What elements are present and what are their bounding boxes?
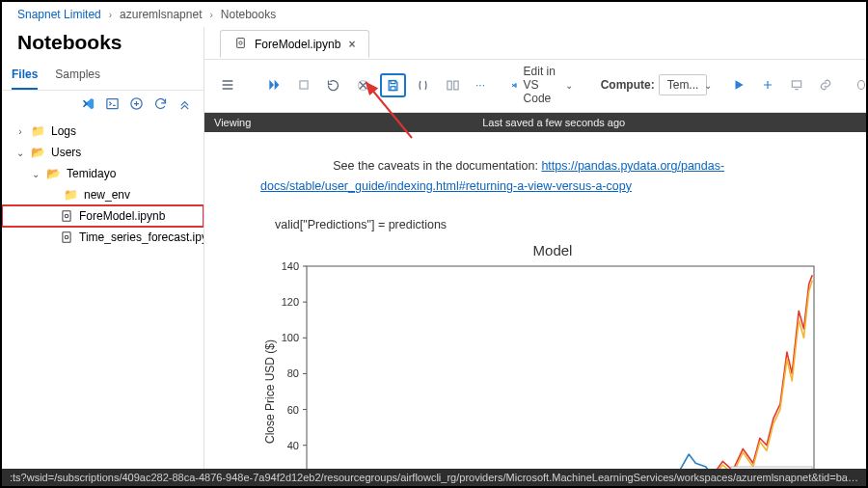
svg-text:100: 100 [282,332,299,343]
page-title: Notebooks [2,27,203,62]
status-bar: Viewing Last saved a few seconds ago [204,113,866,132]
edit-label: Edit in VS Code [524,65,559,105]
svg-text:60: 60 [287,403,299,415]
folder-icon: 📁 [31,124,45,138]
view-mode: Viewing [214,117,251,128]
tree-label: Temidayo [67,167,116,180]
editor-tabbar: ForeModel.ipynb × [204,27,866,60]
tree-folder-new-env[interactable]: 📁 new_env [2,184,203,205]
svg-rect-48 [731,467,812,469]
link-icon[interactable] [813,73,838,96]
diff-icon[interactable] [440,73,466,97]
output-text: See the caveats in the documentation: ht… [260,138,845,215]
chart-svg: 2040608010012014020102012201420162018202… [260,262,820,469]
svg-rect-10 [391,86,395,90]
tree-label: Users [51,146,81,159]
play-icon[interactable] [726,73,751,96]
svg-rect-15 [307,266,814,469]
chevron-down-icon: ⌄ [15,148,25,158]
sidebar: Notebooks Files Samples › 📁 Logs ⌄ [2,27,204,469]
tree-label: new_env [84,188,130,202]
kernel-status-dot [857,80,865,90]
sidebar-tabs: Files Samples [2,62,203,91]
svg-text:40: 40 [287,440,299,451]
vscode-icon[interactable] [81,96,95,111]
breadcrumb-section: Notebooks [221,8,276,21]
svg-text:140: 140 [282,262,299,272]
stop-icon[interactable] [291,73,316,96]
tree-folder-logs[interactable]: › 📁 Logs [2,121,203,142]
notebook-icon [60,209,73,223]
svg-rect-12 [454,81,458,90]
compute-label: Compute: [601,78,655,92]
tree-label: Logs [51,124,76,138]
tree-file-foremodel[interactable]: ForeModel.ipynb [2,205,203,227]
svg-text:120: 120 [282,296,299,308]
folder-open-icon: 📂 [46,167,61,180]
more-icon[interactable]: ··· [470,73,491,96]
svg-rect-13 [792,81,800,87]
terminal-icon[interactable] [105,96,120,111]
svg-point-3 [65,214,68,218]
notebook-output: See the caveats in the documentation: ht… [204,132,866,469]
collapse-icon[interactable] [177,96,192,111]
refresh-icon[interactable] [153,96,168,111]
chevron-right-icon: › [109,10,112,20]
variables-icon[interactable] [410,73,436,97]
sidebar-icon-row [2,91,203,117]
svg-rect-9 [391,80,395,83]
breadcrumb-root[interactable]: Snapnet Limited [17,8,101,21]
svg-rect-11 [448,81,451,90]
chevron-down-icon: ⌄ [704,80,712,91]
svg-point-5 [65,235,68,239]
chevron-down-icon: ⌄ [565,80,573,91]
editor-tab-foremodel[interactable]: ForeModel.ipynb × [220,30,369,58]
svg-text:80: 80 [287,367,299,379]
restart-icon[interactable] [320,73,346,97]
compute-value: Tem... [667,78,699,92]
tree-folder-users[interactable]: ⌄ 📂 Users [2,142,203,163]
chevron-down-icon: ⌄ [31,169,41,179]
tree-file-timeseries[interactable]: Time_series_forecast.ipynb [2,227,203,248]
menu-icon[interactable] [214,72,241,97]
chart-title: Model [260,240,845,262]
add-icon[interactable] [129,96,144,111]
folder-open-icon: 📂 [31,146,45,159]
edit-in-vscode[interactable]: Edit in VS Code ⌄ [510,64,574,106]
tree-label: Time_series_forecast.ipynb [79,230,203,244]
svg-rect-6 [237,39,245,48]
tab-label: ForeModel.ipynb [255,38,340,51]
chevron-right-icon: › [209,10,212,20]
svg-rect-2 [63,211,70,222]
folder-icon: 📁 [64,188,78,202]
tab-samples[interactable]: Samples [55,62,100,90]
save-button[interactable] [380,73,406,97]
chevron-right-icon: › [15,126,25,137]
svg-rect-0 [107,99,118,109]
svg-rect-8 [300,81,308,89]
chart: Model 2040608010012014020102012201420162… [260,240,845,469]
last-saved: Last saved a few seconds ago [482,117,625,128]
tab-files[interactable]: Files [12,62,38,90]
file-tree: › 📁 Logs ⌄ 📂 Users ⌄ 📂 Temidayo 📁 [2,117,203,469]
browser-status-url: :ts?wsid=/subscriptions/409ac282-88ca-48… [2,469,866,486]
tree-folder-temidayo[interactable]: ⌄ 📂 Temidayo [2,163,203,184]
notebook-icon [234,37,247,52]
caveats-prefix: See the caveats in the documentation: [333,159,541,173]
run-all-icon[interactable] [260,72,287,97]
svg-point-7 [239,41,242,44]
close-icon[interactable]: × [348,38,355,51]
breadcrumb: Snapnet Limited › azuremlsnapnet › Noteb… [2,2,866,27]
instance-icon[interactable] [784,73,809,96]
output-codeline: valid["Predictions"] = predictions [260,215,845,234]
svg-rect-4 [63,232,70,243]
tree-label: ForeModel.ipynb [79,209,165,223]
add-compute-icon[interactable] [755,73,780,96]
clear-output-icon[interactable] [350,73,376,97]
notebook-icon [60,230,73,244]
breadcrumb-workspace[interactable]: azuremlsnapnet [120,8,202,21]
notebook-toolbar: ··· Edit in VS Code ⌄ Compute: Tem... ⌄ [204,60,866,113]
compute-select[interactable]: Tem... ⌄ [659,74,707,95]
svg-text:Close Price USD ($): Close Price USD ($) [263,339,277,444]
